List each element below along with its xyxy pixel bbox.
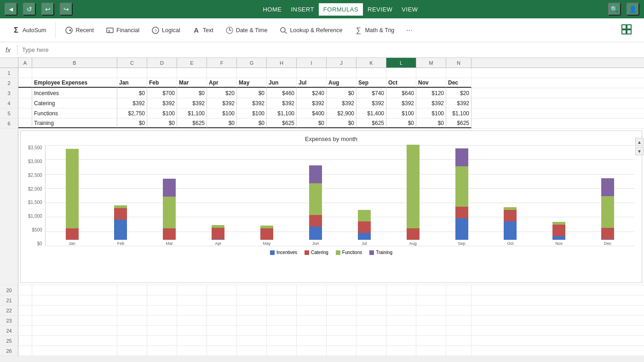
cell-r22-c11[interactable] xyxy=(386,305,416,315)
col-header-F[interactable]: F xyxy=(207,58,237,68)
cell-r22-c6[interactable] xyxy=(237,305,267,315)
cell-r6-c7[interactable]: $625 xyxy=(267,119,297,128)
cell-r25-c3[interactable] xyxy=(147,336,177,345)
col-header-E[interactable]: E xyxy=(177,58,207,68)
logical-button[interactable]: ? Logical xyxy=(147,24,185,37)
cell-r4-c4[interactable]: $392 xyxy=(177,98,207,108)
cell-r24-c10[interactable] xyxy=(356,326,386,335)
cell-r21-c12[interactable] xyxy=(416,295,446,305)
cell-r23-c10[interactable] xyxy=(356,316,386,325)
cell-r2-c3[interactable]: Feb xyxy=(147,78,177,88)
cell-r2-c10[interactable]: Sep xyxy=(356,78,386,88)
cell-r20-c11[interactable] xyxy=(386,285,416,295)
cell-r4-c0[interactable] xyxy=(18,98,32,108)
tab-view[interactable]: VIEW xyxy=(397,3,422,16)
cell-r24-c3[interactable] xyxy=(147,326,177,335)
cell-r1-c9[interactable] xyxy=(327,68,356,78)
cell-r23-c3[interactable] xyxy=(147,316,177,325)
cell-r26-c10[interactable] xyxy=(356,346,386,356)
col-header-C[interactable]: C xyxy=(117,58,147,68)
cell-r2-c11[interactable]: Oct xyxy=(386,78,416,88)
cell-r4-c2[interactable]: $392 xyxy=(117,98,147,108)
cell-r20-c1[interactable] xyxy=(32,285,117,295)
cell-r25-c9[interactable] xyxy=(327,336,356,345)
cell-r24-c13[interactable] xyxy=(446,326,472,335)
cell-r21-c0[interactable] xyxy=(18,295,32,305)
cell-r21-c3[interactable] xyxy=(147,295,177,305)
cell-r20-c2[interactable] xyxy=(117,285,147,295)
cell-r3-c7[interactable]: $460 xyxy=(267,88,297,98)
cell-r6-c0[interactable] xyxy=(18,119,32,128)
cell-r25-c0[interactable] xyxy=(18,336,32,345)
col-header-G[interactable]: G xyxy=(237,58,267,68)
cell-r2-c1[interactable]: Employee Expenses xyxy=(32,78,117,88)
cell-r22-c9[interactable] xyxy=(327,305,356,315)
cell-r6-c1[interactable]: Training xyxy=(32,119,117,128)
cell-r21-c2[interactable] xyxy=(117,295,147,305)
cell-r23-c2[interactable] xyxy=(117,316,147,325)
cell-r25-c5[interactable] xyxy=(207,336,237,345)
cell-r26-c6[interactable] xyxy=(237,346,267,356)
cell-r23-c12[interactable] xyxy=(416,316,446,325)
cell-r5-c7[interactable]: $1,100 xyxy=(267,108,297,118)
cell-r6-c9[interactable]: $0 xyxy=(327,119,356,128)
col-header-H[interactable]: H xyxy=(267,58,297,68)
cell-r26-c11[interactable] xyxy=(386,346,416,356)
col-header-I[interactable]: I xyxy=(297,58,327,68)
cell-r6-c4[interactable]: $625 xyxy=(177,119,207,128)
redo-button[interactable]: ↪ xyxy=(60,3,73,16)
cell-r5-c5[interactable]: $100 xyxy=(207,108,237,118)
col-header-K[interactable]: K xyxy=(356,58,386,68)
cell-r6-c3[interactable]: $0 xyxy=(147,119,177,128)
cell-r5-c3[interactable]: $100 xyxy=(147,108,177,118)
cell-r24-c9[interactable] xyxy=(327,326,356,335)
cell-r23-c11[interactable] xyxy=(386,316,416,325)
cell-r21-c1[interactable] xyxy=(32,295,117,305)
cell-r1-c7[interactable] xyxy=(267,68,297,78)
cell-r3-c10[interactable]: $740 xyxy=(356,88,386,98)
back-button[interactable]: ◄ xyxy=(5,3,17,16)
cell-r26-c3[interactable] xyxy=(147,346,177,356)
cell-r5-c10[interactable]: $1,400 xyxy=(356,108,386,118)
tab-formulas[interactable]: FORMULAS xyxy=(319,3,363,16)
cell-r24-c8[interactable] xyxy=(297,326,327,335)
cell-r2-c5[interactable]: Apr xyxy=(207,78,237,88)
cell-r4-c8[interactable]: $392 xyxy=(297,98,327,108)
cell-r4-c5[interactable]: $392 xyxy=(207,98,237,108)
cell-r26-c9[interactable] xyxy=(327,346,356,356)
cell-r20-c6[interactable] xyxy=(237,285,267,295)
cell-r2-c9[interactable]: Aug xyxy=(327,78,356,88)
cell-r22-c10[interactable] xyxy=(356,305,386,315)
cell-r25-c1[interactable] xyxy=(32,336,117,345)
cell-r24-c12[interactable] xyxy=(416,326,446,335)
cell-r24-c2[interactable] xyxy=(117,326,147,335)
cell-r26-c1[interactable] xyxy=(32,346,117,356)
recent-button[interactable]: Recent xyxy=(60,24,98,37)
cell-r23-c8[interactable] xyxy=(297,316,327,325)
cell-r1-c10[interactable] xyxy=(356,68,386,78)
tab-review[interactable]: REVIEW xyxy=(363,3,397,16)
cell-r3-c13[interactable]: $20 xyxy=(446,88,472,98)
sheet-view-button[interactable] xyxy=(616,22,637,39)
cell-r1-c12[interactable] xyxy=(416,68,446,78)
cell-r23-c0[interactable] xyxy=(18,316,32,325)
cell-r3-c5[interactable]: $20 xyxy=(207,88,237,98)
cell-r4-c3[interactable]: $392 xyxy=(147,98,177,108)
cell-r24-c7[interactable] xyxy=(267,326,297,335)
cell-r5-c12[interactable]: $100 xyxy=(416,108,446,118)
cell-r25-c4[interactable] xyxy=(177,336,207,345)
cell-r23-c7[interactable] xyxy=(267,316,297,325)
cell-r3-c1[interactable]: Incentives xyxy=(32,88,117,98)
cell-r22-c2[interactable] xyxy=(117,305,147,315)
cell-r5-c6[interactable]: $100 xyxy=(237,108,267,118)
cell-r23-c13[interactable] xyxy=(446,316,472,325)
cell-r26-c7[interactable] xyxy=(267,346,297,356)
cell-r1-c4[interactable] xyxy=(177,68,207,78)
datetime-button[interactable]: Date & Time xyxy=(221,24,272,37)
cell-r26-c4[interactable] xyxy=(177,346,207,356)
cell-r1-c1[interactable] xyxy=(32,68,117,78)
cell-r23-c5[interactable] xyxy=(207,316,237,325)
cell-r21-c4[interactable] xyxy=(177,295,207,305)
cell-r22-c5[interactable] xyxy=(207,305,237,315)
lookup-button[interactable]: Lookup & Reference xyxy=(275,24,347,37)
